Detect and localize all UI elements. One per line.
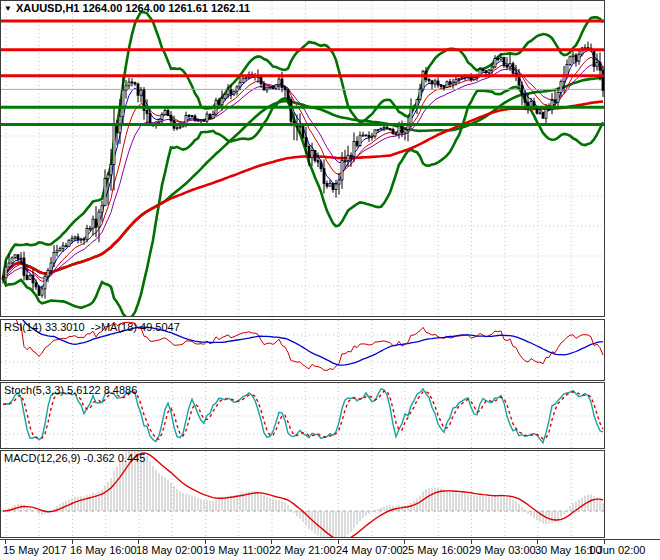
time-axis-label: 22 May 21:00 — [269, 544, 336, 556]
time-axis-label: 1 Jun 02:00 — [588, 544, 646, 556]
stochastic-panel[interactable]: Stoch(5,3,3) 5.6122 8.4886 — [0, 382, 605, 449]
rsi-panel[interactable]: RSI(14) 33.3010 ->MA(18) 49.5047 — [0, 319, 605, 381]
time-axis-label: 29 May 03:00 — [469, 544, 536, 556]
time-axis-label: 19 May 11:00 — [203, 544, 269, 556]
macd-panel[interactable]: MACD(12,26,9) -0.362 0.445 — [0, 450, 605, 538]
time-axis-label: 24 May 07:00 — [336, 544, 403, 556]
macd-label: MACD(12,26,9) -0.362 0.445 — [4, 452, 145, 464]
main-chart-panel[interactable] — [0, 0, 605, 317]
price-axis[interactable]: 1274.001254.051248.801243.551238.301233.… — [606, 0, 660, 538]
quote-line: XAUUSD,H1 1264.00 1264.00 1261.61 1262.1… — [16, 2, 250, 14]
symbol-dropdown-icon[interactable]: ▼ — [4, 4, 12, 13]
candlestick-chart[interactable] — [1, 1, 604, 316]
time-axis-label: 18 May 02:00 — [136, 544, 203, 556]
time-axis-label: 16 May 16:00 — [70, 544, 137, 556]
rsi-label: RSI(14) 33.3010 ->MA(18) 49.5047 — [4, 321, 180, 333]
chart-window: ▼XAUUSD,H1 1264.00 1264.00 1261.61 1262.… — [0, 0, 660, 560]
time-axis[interactable]: 15 May 201716 May 16:0018 May 02:0019 Ma… — [0, 539, 660, 560]
chart-title: ▼XAUUSD,H1 1264.00 1264.00 1261.61 1262.… — [4, 2, 250, 14]
stoch-label: Stoch(5,3,3) 5.6122 8.4886 — [4, 384, 137, 396]
time-axis-label: 25 May 16:00 — [402, 544, 469, 556]
time-axis-label: 15 May 2017 — [3, 544, 67, 556]
